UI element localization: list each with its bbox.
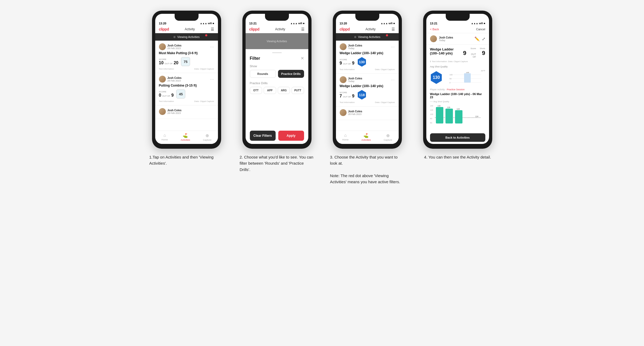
nav-home-label-3: Home	[342, 138, 349, 141]
status-icons-4: ▲▲▲ wifi ■	[471, 22, 485, 25]
chart-x-label: APP	[445, 70, 485, 72]
svg-text:129: 129	[447, 106, 450, 108]
back-button[interactable]: < Back	[430, 28, 439, 31]
hamburger-icon-3[interactable]: ☰	[392, 27, 395, 31]
nav-capture-1[interactable]: ⊕ Capture	[203, 133, 211, 141]
status-icons-1: ▲▲▲ wifi ■	[200, 22, 214, 25]
wifi-icon-3: wifi	[389, 22, 393, 25]
score-group-3-2: Score 7 OUT OF 9	[340, 91, 355, 99]
back-to-activities-btn[interactable]: Back to Activities	[430, 133, 485, 142]
putt-btn[interactable]: PUTT	[292, 87, 304, 94]
shots-val-3-2: 9	[352, 94, 354, 99]
svg-rect-15	[436, 107, 443, 123]
svg-text:100: 100	[430, 113, 433, 115]
arg-btn[interactable]: ARG	[278, 87, 290, 94]
nav-capture-3[interactable]: ⊕ Capture	[384, 133, 392, 141]
app-logo-1: clippd	[159, 27, 169, 31]
detail-drill-title: Wedge Ladder (100–140 yds)	[430, 47, 463, 55]
activity-card-1-1: Josh Coles 28 Feb 2023 ··· Must Make Put…	[155, 41, 218, 73]
detail-user-row: Josh Coles Today ✏️ ⤢	[426, 33, 489, 45]
detail-user-left: Josh Coles Today	[430, 35, 453, 42]
test-info-1-1: Test Information	[159, 68, 174, 70]
score-val-3-1: 9	[340, 61, 342, 66]
app-btn[interactable]: APP	[264, 87, 276, 94]
user-info-3-1: Josh Coles Today	[340, 43, 362, 50]
filter-actions: Clear Filters Apply	[250, 131, 304, 141]
card-header-3-3: Josh Coles 28 Feb 2023	[340, 109, 395, 116]
data-source-1-2: Data: Clippd Capture	[194, 100, 214, 102]
phone-1-notch	[175, 14, 199, 21]
test-info-1-2: Test Information	[159, 100, 174, 102]
viewing-banner-1[interactable]: ⚙ Viewing Activities	[155, 33, 218, 41]
dots-menu-1-2[interactable]: ···	[210, 77, 214, 81]
outof-3-1: OUT OF	[343, 63, 351, 65]
step-4-col: 13:21 ▲▲▲ wifi ■ < Back Cancel Josh	[418, 11, 498, 160]
nav-home-3[interactable]: ⌂ Home	[342, 133, 349, 141]
info-circle-icon: ℹ	[430, 60, 431, 63]
banner-filter-icon-1: ⚙	[173, 36, 176, 39]
expand-icon[interactable]: ⤢	[482, 36, 485, 41]
svg-text:130: 130	[466, 72, 469, 73]
sq-badge-1-2: 45	[176, 89, 185, 99]
status-time-3: 13:20	[340, 22, 347, 25]
ott-btn[interactable]: OTT	[250, 87, 262, 94]
svg-text:50: 50	[449, 78, 452, 80]
phone-1: 13:20 ▲▲▲ wifi ■ clippd Activity ☰ ⚙ Vie…	[152, 11, 221, 149]
avg-sq-label: Avg Shot Quality	[430, 65, 485, 68]
activity-card-1-3: Josh Coles 28 Feb 2023	[155, 105, 218, 119]
clear-filters-btn[interactable]: Clear Filters	[250, 131, 276, 141]
app-logo-2: clippd	[249, 27, 259, 31]
dots-menu-1-1[interactable]: ···	[210, 45, 214, 49]
card-header-3-2: Josh Coles Today ···	[340, 76, 395, 83]
edit-icon[interactable]: ✏️	[474, 36, 480, 41]
apply-btn[interactable]: Apply	[278, 131, 304, 141]
backdrop-text: Viewing Activities	[267, 40, 287, 43]
step-text-2: 2. Choose what you'd like to see. You ca…	[240, 154, 314, 173]
hamburger-icon-1[interactable]: ☰	[211, 27, 214, 31]
card-footer-1-1: Test Information Data: Clippd Capture	[159, 68, 214, 70]
nav-activities-1[interactable]: ⛳ Activities	[181, 133, 190, 141]
user-info-3-2: Josh Coles Today	[340, 76, 362, 83]
score-label-1-1: Score	[159, 58, 179, 61]
hamburger-icon-2[interactable]: ☰	[301, 27, 305, 31]
viewing-banner-3[interactable]: ⚙ Viewing Activities	[336, 33, 399, 41]
nav-activities-label-1: Activities	[181, 139, 190, 141]
dots-menu-3-2[interactable]: ···	[391, 78, 395, 82]
signal-icon-3: ▲▲▲	[381, 22, 388, 25]
drills-label: Practice Drills	[250, 82, 304, 85]
rounds-btn[interactable]: Rounds	[250, 70, 276, 78]
nav-home-1[interactable]: ⌂ Home	[162, 133, 168, 141]
svg-text:80: 80	[430, 118, 432, 119]
step-2-col: 13:21 ▲▲▲ wifi ■ clippd Activity ☰ Viewi…	[237, 11, 317, 173]
avatar-1-3	[159, 108, 166, 115]
user-date-3-1: Today	[348, 47, 362, 50]
capture-icon-3: ⊕	[386, 133, 390, 138]
filter-backdrop: Viewing Activities	[246, 33, 308, 49]
user-name-1-1: Josh Coles	[167, 44, 182, 47]
avg-sq-hex: 130	[430, 71, 443, 84]
bottom-nav-3: ⌂ Home ⛳ Activities ⊕ Capture	[336, 131, 399, 144]
svg-text:124: 124	[457, 108, 460, 110]
card-header-1-3: Josh Coles 28 Feb 2023	[159, 108, 214, 115]
score-label-3-2: Score	[340, 91, 355, 94]
close-icon[interactable]: ✕	[301, 56, 304, 61]
app-title-1: Activity	[185, 27, 195, 31]
banner-filter-icon-3: ⚙	[354, 36, 356, 39]
battery-icon-3: ■	[393, 22, 395, 25]
dots-menu-3-1[interactable]: ···	[391, 45, 395, 49]
avg-sq-row: 130 APP 0 50 100	[430, 70, 485, 86]
app-header-2: clippd Activity ☰	[246, 25, 308, 33]
practice-drills-btn[interactable]: Practice Drills	[278, 70, 304, 78]
card-footer-3-2: Test Information Data: Clippd Capture	[340, 101, 395, 104]
nav-activities-3[interactable]: ⛳ Activities	[361, 133, 371, 141]
score-val-1-2: 0	[159, 93, 161, 98]
user-date-1-1: 28 Feb 2023	[167, 47, 182, 50]
activity-card-3-1[interactable]: Josh Coles Today ··· Wedge Ladder (100–1…	[336, 41, 399, 74]
app-header-3: clippd Activity ☰	[336, 25, 399, 33]
signal-icon-4: ▲▲▲	[471, 22, 478, 25]
activity-card-3-2[interactable]: Josh Coles Today ··· Wedge Ladder (100–1…	[336, 74, 399, 106]
activity-title-1-2: Putting Combine (3-15 ft)	[159, 84, 214, 87]
score-label-3-1: Score	[340, 58, 355, 61]
cancel-button[interactable]: Cancel	[476, 28, 485, 31]
status-icons-2: ▲▲▲ wifi ■	[290, 22, 304, 25]
